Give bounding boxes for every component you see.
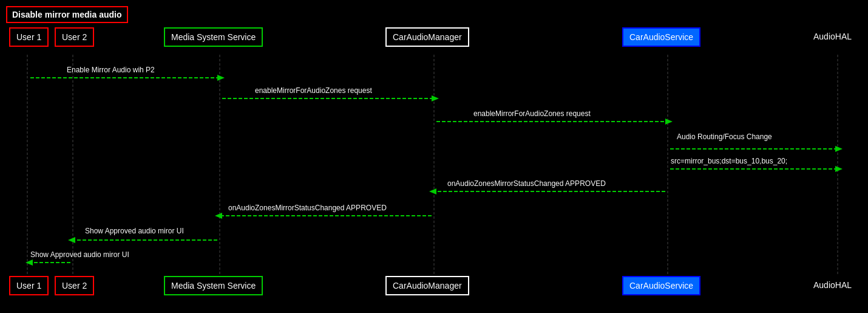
msg-9-label: Show Approved audio miror UI xyxy=(30,250,129,259)
msg-5-label: src=mirror_bus;dst=bus_10,bus_20; xyxy=(671,157,787,165)
actor-user2-bottom-label: User 2 xyxy=(62,281,87,291)
diagram: Disable mirror media audio xyxy=(0,0,868,313)
actor-user1-top: User 1 xyxy=(9,27,49,47)
actor-mss-top: Media System Service xyxy=(164,27,263,47)
actor-mss-top-label: Media System Service xyxy=(171,32,256,42)
msg-4-label: Audio Routing/Focus Change xyxy=(677,132,772,141)
actor-cas-bottom: CarAudioService xyxy=(622,276,700,295)
svg-marker-19 xyxy=(215,213,222,219)
svg-marker-17 xyxy=(429,188,436,194)
actor-user2-top: User 2 xyxy=(55,27,94,47)
msg-1-label: Enable Mirror Audio wih P2 xyxy=(67,66,155,74)
actor-cam-bottom: CarAudioManager xyxy=(385,276,469,295)
msg-8-label: Show Approved audio miror UI xyxy=(85,227,184,235)
svg-marker-9 xyxy=(432,95,439,101)
actor-cas-bottom-label: CarAudioService xyxy=(629,281,693,291)
msg-2-label: enableMirrorForAudioZones request xyxy=(255,86,372,95)
actor-cas-top-label: CarAudioService xyxy=(629,32,693,42)
actor-user1-bottom-label: User 1 xyxy=(16,281,41,291)
actor-cam-top-label: CarAudioManager xyxy=(393,32,462,42)
title-box: Disable mirror media audio xyxy=(6,6,128,23)
actor-user1-top-label: User 1 xyxy=(16,32,41,42)
actor-ahl-bottom: AudioHAL xyxy=(813,280,852,290)
svg-marker-11 xyxy=(665,119,673,125)
svg-marker-23 xyxy=(25,260,33,266)
actor-cam-top: CarAudioManager xyxy=(385,27,469,47)
svg-marker-7 xyxy=(217,75,225,81)
msg-7-label: onAudioZonesMirrorStatusChanged APPROVED xyxy=(228,204,387,212)
title-text: Disable mirror media audio xyxy=(12,10,122,19)
svg-marker-13 xyxy=(835,146,843,152)
msg-3-label: enableMirrorForAudioZones request xyxy=(473,109,591,118)
actor-mss-bottom: Media System Service xyxy=(164,276,263,295)
actor-user1-bottom: User 1 xyxy=(9,276,49,295)
actor-ahl-bottom-label: AudioHAL xyxy=(813,280,852,290)
actor-cas-top: CarAudioService xyxy=(622,27,700,47)
msg-6-label: onAudioZonesMirrorStatusChanged APPROVED xyxy=(447,179,606,188)
actor-ahl-top-label: AudioHAL xyxy=(813,32,852,41)
svg-marker-15 xyxy=(835,166,843,172)
actor-mss-bottom-label: Media System Service xyxy=(171,281,256,291)
actor-user2-top-label: User 2 xyxy=(62,32,87,42)
actor-user2-bottom: User 2 xyxy=(55,276,94,295)
svg-marker-21 xyxy=(68,237,75,243)
actor-ahl-top: AudioHAL xyxy=(813,32,852,41)
actor-cam-bottom-label: CarAudioManager xyxy=(393,281,462,291)
